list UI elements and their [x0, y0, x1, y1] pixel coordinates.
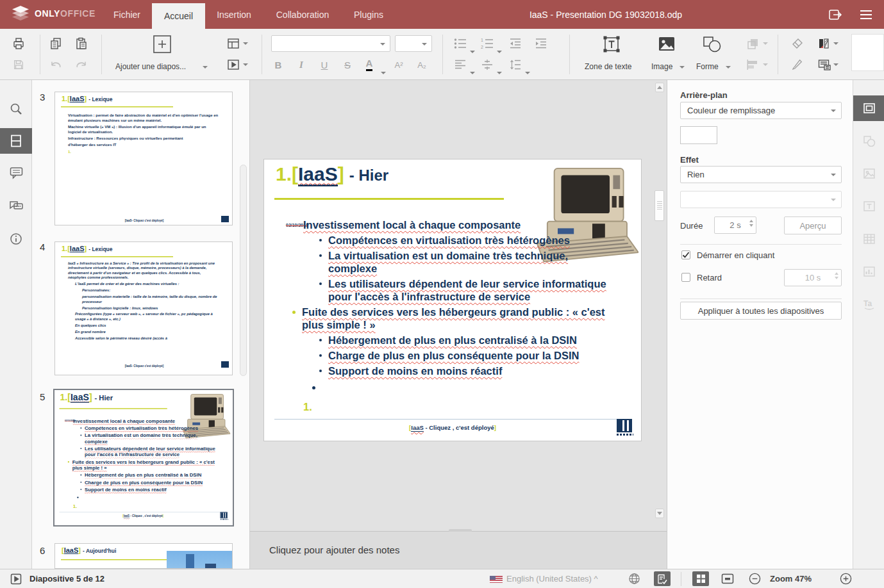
spinner-up-icon[interactable]: [749, 220, 753, 222]
strikeout-button[interactable]: S: [338, 56, 356, 74]
zoom-in-button[interactable]: [837, 571, 854, 586]
text-box-button[interactable]: Zone de texte: [577, 31, 646, 78]
color-scheme-icon: [818, 38, 831, 49]
toolbar: Ajouter une diapos... B I U S A A² A₂ 1 …: [0, 29, 884, 80]
logo-text-light: OFFICE: [60, 8, 96, 19]
slide-thumbnail-5-selected[interactable]: 1.[IaaS]- Hier 02/10/2018 Investissement…: [53, 389, 234, 527]
title-underline: [274, 198, 504, 200]
undo-button[interactable]: [47, 56, 65, 74]
italic-button[interactable]: I: [292, 56, 310, 74]
slide-title[interactable]: 1.[IaaS]- Hier: [276, 163, 388, 185]
print-button[interactable]: [10, 35, 28, 53]
text-settings-icon: [863, 200, 876, 212]
slide-thumbnail-6[interactable]: [IaaS] - Aujourd'hui: [54, 543, 233, 569]
color-scheme-button[interactable]: [815, 35, 841, 53]
effect-select[interactable]: Rien: [680, 166, 842, 183]
slide-size-button[interactable]: [815, 56, 841, 74]
horizontal-align-button[interactable]: [453, 56, 468, 74]
open-file-location-button[interactable]: [827, 6, 844, 22]
tab-collaboration[interactable]: Collaboration: [271, 0, 335, 29]
spinner-down-icon[interactable]: [749, 224, 753, 227]
spell-check-button[interactable]: [654, 571, 671, 586]
add-slide-button[interactable]: Ajouter une diapos...: [109, 31, 217, 78]
delay-checkbox[interactable]: [681, 273, 690, 282]
chevron-down-icon: [831, 174, 836, 176]
start-slideshow-toolbar-button[interactable]: [223, 56, 251, 74]
numbering-button[interactable]: 1 2: [480, 35, 495, 53]
title-bar: ONLYOFFICE Fichier Accueil Insertion Col…: [0, 0, 884, 29]
copy-style-button[interactable]: [788, 56, 806, 74]
tab-fichier[interactable]: Fichier: [106, 0, 148, 29]
bold-button[interactable]: B: [269, 56, 287, 74]
start-slideshow-button[interactable]: [8, 571, 24, 586]
tab-insertion[interactable]: Insertion: [210, 0, 258, 29]
preview-button[interactable]: Aperçu: [784, 216, 842, 234]
scroll-down-button[interactable]: [655, 509, 664, 518]
slide-settings-button[interactable]: [853, 95, 884, 121]
editor-vertical-scrollbar[interactable]: [655, 83, 665, 518]
minus-circle-icon: [749, 573, 761, 585]
panel-divider: [680, 298, 842, 299]
arrange-shape-button[interactable]: [744, 35, 771, 53]
save-button[interactable]: [10, 56, 28, 74]
image-settings-button[interactable]: [853, 161, 884, 186]
increase-indent-button[interactable]: [532, 35, 550, 53]
tab-accueil[interactable]: Accueil: [152, 3, 205, 29]
duration-spinner[interactable]: 2 s: [714, 216, 756, 234]
shape-button[interactable]: Forme: [691, 31, 733, 78]
scrollbar-thumb[interactable]: [655, 190, 664, 221]
superscript-button[interactable]: A²: [390, 56, 408, 74]
subscript-button[interactable]: A₂: [413, 56, 431, 74]
chart-settings-button[interactable]: [853, 259, 884, 284]
language-selector[interactable]: English (United States) ^: [506, 574, 598, 584]
slide-layout-button[interactable]: [223, 35, 251, 53]
background-fill-select[interactable]: Couleur de remplissage: [680, 102, 842, 119]
start-on-click-checkbox[interactable]: [681, 250, 690, 259]
slide-number-3: 3: [40, 92, 45, 102]
about-button[interactable]: [0, 226, 32, 252]
shape-settings-button[interactable]: [853, 128, 884, 154]
paste-button[interactable]: [72, 35, 90, 53]
vertical-align-button[interactable]: [480, 56, 495, 74]
notes-area[interactable]: Cliquez pour ajouter des notes: [250, 532, 667, 569]
line-spacing-button[interactable]: [508, 56, 523, 74]
background-color-swatch[interactable]: [680, 126, 717, 144]
font-name-combo[interactable]: [271, 35, 390, 52]
zoom-out-button[interactable]: [746, 571, 763, 586]
textart-settings-button[interactable]: Ta: [853, 291, 884, 317]
delay-spinner[interactable]: 10 s: [784, 269, 842, 286]
bullets-button[interactable]: [453, 35, 468, 53]
copy-button[interactable]: [47, 35, 65, 53]
main-menu-button[interactable]: [858, 6, 874, 22]
comments-button[interactable]: [0, 160, 32, 186]
text-settings-button[interactable]: [853, 193, 884, 219]
redo-button[interactable]: [72, 56, 90, 74]
horizontal-align-chevron: [470, 72, 475, 74]
tab-plugins[interactable]: Plugins: [349, 0, 388, 29]
slide-body[interactable]: Investissement local à chaque composante…: [287, 218, 606, 416]
chat-button[interactable]: [0, 193, 32, 219]
table-settings-button[interactable]: [853, 226, 884, 252]
apply-to-all-slides-button[interactable]: Appliquer à toutes les diapositives: [680, 302, 842, 320]
thumbnails-scrollbar[interactable]: [240, 165, 247, 376]
set-language-button[interactable]: [626, 571, 642, 586]
status-bar: Diapositive 5 de 12 English (United Stat…: [0, 569, 884, 588]
slides-panel-button[interactable]: [0, 128, 32, 154]
slide-thumbnail-4[interactable]: 1.[IaaS] - Lexique IaaS « Infrastructure…: [54, 241, 233, 375]
underline-button[interactable]: U: [315, 56, 333, 74]
search-button[interactable]: [0, 96, 32, 122]
font-color-button[interactable]: A: [362, 56, 377, 74]
background-label: Arrière-plan: [680, 90, 728, 100]
align-shape-button[interactable]: [744, 56, 771, 74]
effect-variant-select[interactable]: [680, 191, 842, 208]
clear-style-button[interactable]: [788, 35, 806, 53]
slide-sorter-view-button[interactable]: [692, 571, 709, 586]
shape-icon: [703, 35, 722, 53]
slide-canvas[interactable]: 1.[IaaS]- Hier 02/10/2018 Investissement…: [263, 159, 642, 441]
decrease-indent-button[interactable]: [506, 35, 524, 53]
image-button[interactable]: Image: [646, 31, 687, 78]
fit-to-slide-button[interactable]: [719, 571, 736, 586]
scroll-up-button[interactable]: [655, 83, 664, 92]
font-size-combo[interactable]: [395, 35, 432, 52]
slide-thumbnail-3[interactable]: 1.[IaaS] - Lexique Virtualisation : perm…: [54, 92, 233, 225]
